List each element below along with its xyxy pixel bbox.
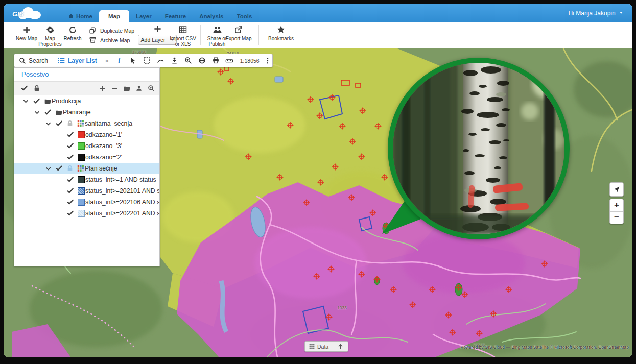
search-icon bbox=[19, 57, 26, 64]
layer-tree: ProdukcijaPlaniranjesanitarna_secnjaodka… bbox=[14, 95, 159, 219]
layer-label: Produkcija bbox=[52, 95, 81, 107]
legend-item-row[interactable]: odkazano='1' bbox=[14, 129, 159, 140]
refresh-label: Refresh bbox=[61, 36, 84, 41]
check-icon[interactable] bbox=[55, 163, 64, 174]
check-icon[interactable] bbox=[43, 107, 53, 118]
layer-row[interactable]: Produkcija bbox=[14, 95, 159, 107]
nav-tab-analysis[interactable]: Analysis bbox=[193, 10, 230, 22]
duplicate-map-button[interactable]: Duplicate Map bbox=[89, 26, 134, 35]
refresh-button[interactable]: Refresh bbox=[61, 25, 84, 41]
check-icon[interactable] bbox=[66, 174, 75, 185]
layer-label: Plan sečnje bbox=[85, 163, 117, 174]
scale-bar-button[interactable] bbox=[223, 54, 237, 67]
map-properties-button[interactable]: Map Properties bbox=[37, 25, 63, 47]
layer-label: Planiranje bbox=[63, 107, 91, 118]
print-button[interactable] bbox=[209, 54, 223, 67]
layer-panel-toolbar bbox=[14, 81, 159, 95]
lock-icon bbox=[65, 118, 75, 129]
toggle-visibility-button[interactable] bbox=[18, 85, 31, 92]
layer-label: odkazano='2' bbox=[85, 152, 122, 163]
lock-layers-button[interactable] bbox=[31, 85, 43, 92]
table-grid-icon bbox=[169, 25, 197, 35]
new-folder-button[interactable] bbox=[121, 85, 133, 92]
check-icon[interactable] bbox=[66, 152, 75, 163]
chevron-down-icon[interactable] bbox=[43, 118, 53, 129]
layer-symbology-icon bbox=[76, 118, 85, 129]
nav-tab-feature[interactable]: Feature bbox=[158, 10, 193, 22]
map-scale-value[interactable]: 1:18056 bbox=[237, 58, 263, 64]
street-view-tool-button[interactable] bbox=[168, 54, 181, 67]
check-icon[interactable] bbox=[66, 197, 75, 208]
legend-swatch bbox=[77, 129, 86, 140]
check-icon[interactable] bbox=[66, 129, 75, 140]
tree-trunk-photo bbox=[393, 63, 564, 234]
layer-list-label: Layer List bbox=[68, 57, 97, 64]
copy-icon bbox=[89, 27, 97, 34]
zoom-out-button[interactable]: − bbox=[610, 212, 623, 224]
nav-tab-layer[interactable]: Layer bbox=[129, 10, 158, 22]
import-csv-button[interactable]: Import CSV or XLS bbox=[169, 25, 197, 47]
layer-owner-button[interactable] bbox=[133, 85, 145, 92]
nav-tab-label: Feature bbox=[165, 10, 186, 22]
top-nav-bar: GIS HomeMapLayerFeatureAnalysisTools Hi … bbox=[4, 4, 632, 22]
layer-row[interactable]: Plan sečnje bbox=[14, 163, 159, 174]
map-canvas[interactable]: 37696076819765051033 bbox=[4, 48, 632, 357]
nav-tab-label: Map bbox=[108, 10, 120, 22]
data-grid-button[interactable]: Data bbox=[305, 342, 333, 351]
chevron-down-icon[interactable] bbox=[32, 107, 41, 118]
chevron-down-icon[interactable] bbox=[21, 95, 30, 107]
box-select-tool-button[interactable] bbox=[140, 54, 154, 67]
star-icon bbox=[266, 25, 296, 35]
legend-item-row[interactable]: odkazano='2' bbox=[14, 152, 159, 163]
duplicate-archive-group: Duplicate Map Archive Map bbox=[89, 26, 134, 45]
check-icon[interactable] bbox=[55, 118, 64, 129]
check-icon[interactable] bbox=[66, 140, 75, 152]
legend-item-row[interactable]: status_int>=202106 AND stat bbox=[14, 197, 159, 208]
new-map-button[interactable]: New Map bbox=[14, 25, 39, 41]
map-name-title[interactable]: Posestvo bbox=[14, 68, 159, 81]
nav-tab-label: Analysis bbox=[199, 10, 223, 22]
locate-me-button[interactable] bbox=[609, 182, 624, 197]
zoom-control: + − bbox=[609, 199, 624, 224]
layer-row[interactable]: sanitarna_secnja bbox=[14, 118, 159, 129]
check-icon[interactable] bbox=[66, 208, 75, 219]
expand-data-grid-button[interactable] bbox=[333, 342, 348, 351]
nav-tab-map[interactable]: Map bbox=[99, 10, 129, 22]
search-button[interactable]: Search bbox=[14, 54, 53, 67]
map-tools-bar: Search Layer List « i 1:18056 bbox=[14, 54, 273, 67]
check-icon[interactable] bbox=[32, 95, 41, 107]
archive-map-button[interactable]: Archive Map bbox=[89, 35, 134, 45]
user-menu-label: Hi Marija Jakopin bbox=[569, 10, 616, 17]
layer-row[interactable]: Planiranje bbox=[14, 107, 159, 118]
zoom-in-button[interactable]: + bbox=[610, 199, 623, 212]
zoom-to-layer-button[interactable] bbox=[145, 85, 157, 92]
legend-item-row[interactable]: odkazano='3' bbox=[14, 140, 159, 152]
bookmarks-button[interactable]: Bookmarks bbox=[266, 25, 296, 41]
remove-layer-button[interactable] bbox=[108, 85, 121, 92]
legend-item-row[interactable]: status_int>=1 AND status_int bbox=[14, 174, 159, 185]
import-csv-label: Import CSV or XLS bbox=[169, 36, 197, 47]
more-tools-button[interactable] bbox=[263, 54, 272, 67]
nav-tab-label: Home bbox=[76, 10, 92, 22]
pan-select-tool-button[interactable] bbox=[126, 54, 140, 67]
info-tool-button[interactable]: i bbox=[112, 54, 126, 67]
user-menu[interactable]: Hi Marija Jakopin bbox=[569, 4, 624, 22]
legend-item-row[interactable]: status_int>=202101 AND stat bbox=[14, 185, 159, 197]
zoom-box-tool-button[interactable] bbox=[181, 54, 195, 67]
grid-icon bbox=[309, 344, 315, 349]
export-map-button[interactable]: Export Map bbox=[224, 25, 253, 41]
layer-list-button[interactable]: Layer List bbox=[53, 54, 102, 67]
nav-tab-home[interactable]: Home bbox=[61, 10, 99, 22]
field-photo-callout bbox=[388, 58, 570, 239]
gis-cloud-logo[interactable]: GIS bbox=[11, 6, 48, 22]
measure-tool-button[interactable] bbox=[154, 54, 168, 67]
legend-item-row[interactable]: status_int>=202201 AND stat bbox=[14, 208, 159, 219]
lock-icon bbox=[65, 163, 75, 174]
check-icon[interactable] bbox=[66, 185, 75, 197]
add-layer-panel-button[interactable] bbox=[96, 85, 108, 92]
full-extent-button[interactable] bbox=[195, 54, 209, 67]
chevron-down-icon[interactable] bbox=[43, 163, 53, 174]
nav-tab-tools[interactable]: Tools bbox=[230, 10, 259, 22]
collapse-toolbar-button[interactable]: « bbox=[102, 54, 112, 67]
add-layer-label: Add Layer bbox=[138, 37, 168, 43]
